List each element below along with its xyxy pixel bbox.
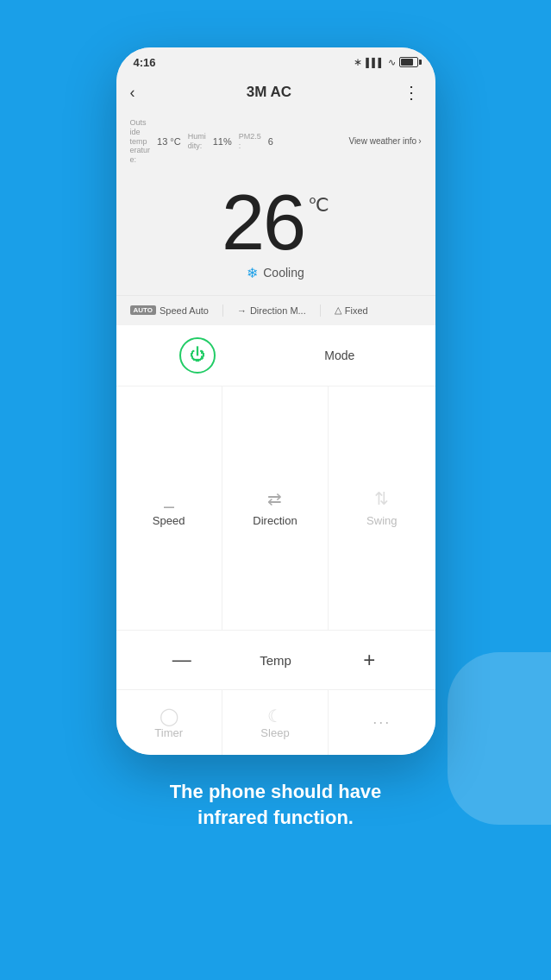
sleep-label: Sleep (260, 726, 289, 739)
outside-temp-label: Outsidetemperature: (130, 118, 151, 165)
status-divider-2 (320, 305, 321, 317)
timer-icon: ◯ (160, 706, 178, 726)
ac-status-bar: AUTO Speed Auto → Direction M... △ Fixed (116, 295, 435, 325)
fixed-icon: △ (335, 305, 341, 316)
signal-icon: ▌▌▌ (366, 58, 384, 67)
power-button[interactable]: ⏻ (179, 337, 216, 374)
top-nav: ‹ 3M AC ⋮ (116, 73, 435, 111)
swing-label: Swing (366, 514, 397, 527)
temp-control-row: — Temp + (116, 631, 435, 690)
auto-tag: AUTO (130, 305, 157, 315)
fixed-label: Fixed (345, 305, 368, 316)
direction-label: Direction (253, 514, 297, 527)
direction-label: Direction M... (250, 305, 306, 316)
temp-minus-button[interactable]: — (163, 641, 201, 679)
direction-cell[interactable]: ⇄ Direction (222, 386, 329, 631)
swing-cell[interactable]: ⇅ Swing (329, 386, 435, 631)
speed-label: Speed (153, 514, 185, 527)
temp-center-label: Temp (260, 653, 291, 668)
phone-frame: 4:16 ∗ ▌▌▌ ∿ ‹ 3M AC ⋮ Outsidetemperatur… (116, 47, 435, 755)
speed-label: Speed Auto (160, 305, 209, 316)
view-weather-button[interactable]: View weather info › (348, 136, 421, 146)
temp-unit: ℃ (308, 194, 329, 217)
direction-arrow: → (237, 305, 247, 316)
battery-icon (399, 57, 418, 67)
back-button[interactable]: ‹ (130, 84, 135, 102)
status-bar: 4:16 ∗ ▌▌▌ ∿ (116, 47, 435, 73)
more-dots-label: ··· (373, 713, 391, 732)
temp-row: 26 ℃ (222, 184, 329, 261)
pm-value: 6 (268, 136, 273, 147)
pm-item: PM2.5: (239, 132, 261, 151)
power-mode-row: ⏻ Mode (116, 325, 435, 386)
speed-cell[interactable]: ⎯ Speed (116, 386, 222, 631)
power-icon: ⏻ (190, 346, 205, 364)
mode-label: Cooling (263, 266, 304, 280)
temp-number: 26 (222, 184, 304, 261)
status-divider (222, 305, 223, 317)
controls-area: ⏻ Mode ⎯ Speed ⇄ Direction ⇅ Swing — (116, 325, 435, 755)
footer-text: The phone should have infrared function. (135, 779, 416, 830)
timer-label: Timer (154, 726, 183, 739)
temperature-display: 26 ℃ ❄ Cooling (116, 175, 435, 295)
footer-line1: The phone should have (170, 781, 382, 802)
pm-label: PM2.5: (239, 132, 261, 151)
humidity-value: 11% (213, 136, 232, 147)
bottom-grid: ◯ Timer ☾ Sleep ··· (116, 690, 435, 755)
wifi-icon: ∿ (388, 57, 396, 68)
temp-plus-button[interactable]: + (350, 641, 388, 679)
page-title: 3M AC (247, 84, 291, 101)
more-button[interactable]: ⋮ (403, 82, 421, 103)
speed-icon: ⎯ (164, 489, 174, 509)
mode-row: ❄ Cooling (247, 265, 304, 281)
swing-icon: ⇅ (374, 488, 389, 509)
sleep-cell[interactable]: ☾ Sleep (222, 690, 329, 755)
controls-grid: ⎯ Speed ⇄ Direction ⇅ Swing (116, 386, 435, 631)
direction-section: → Direction M... (237, 305, 306, 316)
footer-line2: infrared function. (197, 807, 354, 828)
weather-card: Outsidetemperature: 13 °C Humidity: 11% … (116, 111, 435, 175)
status-time: 4:16 (134, 56, 156, 69)
direction-icon: ⇄ (267, 488, 282, 509)
outside-temp-value: 13 °C (157, 136, 181, 147)
more-cell[interactable]: ··· (329, 690, 435, 755)
humidity-label: Humidity: (188, 132, 206, 151)
minus-icon: — (172, 649, 191, 671)
sleep-icon: ☾ (267, 706, 283, 726)
timer-cell[interactable]: ◯ Timer (116, 690, 222, 755)
bg-decoration (448, 652, 551, 825)
speed-section: AUTO Speed Auto (130, 305, 209, 316)
humidity-item: Humidity: (188, 132, 206, 151)
fixed-section: △ Fixed (335, 305, 368, 316)
plus-icon: + (363, 648, 375, 672)
mode-button[interactable]: Mode (307, 342, 372, 369)
bluetooth-icon: ∗ (354, 56, 362, 68)
status-icons: ∗ ▌▌▌ ∿ (354, 56, 417, 68)
snowflake-icon: ❄ (247, 265, 258, 281)
outside-temp-item: Outsidetemperature: (130, 118, 151, 165)
